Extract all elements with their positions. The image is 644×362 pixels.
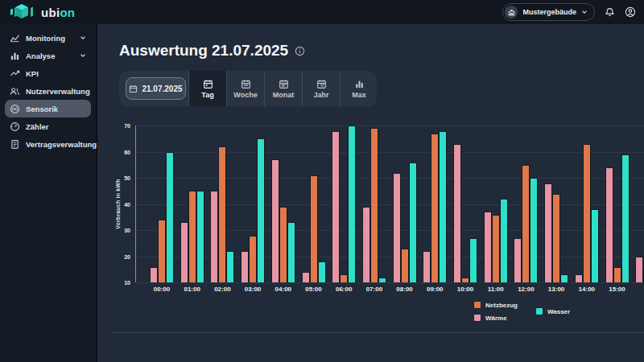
tab-monat[interactable]: Monat (264, 71, 302, 106)
x-axis-tick-label: 15:00 (609, 286, 625, 293)
bar-wasser (378, 278, 386, 283)
x-axis-tick-label: 08:00 (396, 286, 412, 293)
bar-wasser (469, 238, 477, 282)
y-axis-tick-label: 20 (124, 253, 130, 259)
bar-netzbezug (431, 134, 439, 282)
bar-waerme (575, 274, 583, 282)
calendar-year-icon (316, 79, 327, 89)
content-divider (110, 332, 644, 333)
time-range-toolbar: 21.07.2025 Tag Woche Monat Jahr (119, 71, 377, 106)
trend-up-icon (10, 68, 20, 79)
sidebar-item-vertragsverwaltung[interactable]: Vertragsverwaltung (5, 135, 91, 153)
bar-wasser (226, 251, 234, 282)
bar-netzbezug (279, 207, 287, 282)
chart-legend: NetzbezugWärme Wasser (473, 301, 570, 322)
legend-item-waerme: Wärme (473, 314, 518, 322)
legend-swatch (473, 314, 481, 322)
bar-wasser (591, 209, 599, 282)
bar-wasser (560, 274, 568, 282)
legend-label: Wärme (485, 315, 507, 322)
sidebar-item-sensorik[interactable]: Sensorik (5, 100, 91, 117)
sidebar-item-label: Monitoring (26, 34, 65, 43)
sidebar-item-nutzerverwaltung[interactable]: Nutzerverwaltung (5, 82, 91, 100)
bar-waerme (302, 272, 310, 282)
user-account-icon[interactable] (625, 6, 636, 18)
bar-netzbezug (552, 194, 560, 283)
bar-wasser (409, 162, 417, 283)
tab-max[interactable]: Max (340, 71, 378, 106)
tab-tag[interactable]: Tag (188, 71, 226, 106)
bar-netzbezug (613, 267, 621, 283)
bar-chart-icon (354, 79, 365, 89)
bar-waerme (362, 207, 370, 282)
sidebar-item-label: Sensorik (26, 105, 58, 113)
y-axis-tick-label: 30 (124, 228, 130, 233)
bar-netzbezug (249, 236, 257, 283)
x-axis-tick-label: 06:00 (336, 286, 352, 293)
x-axis-tick-label: 11:00 (488, 286, 504, 293)
bar-waerme (241, 251, 249, 282)
bar-netzbezug (310, 175, 318, 282)
bar-wasser (166, 152, 174, 283)
y-axis-title: Verbrauch in kWh (110, 125, 125, 282)
bar-wasser (500, 199, 508, 282)
notifications-bell-icon[interactable] (605, 7, 615, 18)
top-bar: ubion Mustergebäude (0, 0, 644, 24)
bar-netzbezug (492, 215, 500, 283)
y-axis-tick-label: 70 (124, 123, 130, 129)
legend-label: Netzbezug (485, 302, 518, 309)
date-picker-label: 21.07.2025 (142, 84, 182, 93)
bar-wasser (348, 125, 356, 282)
sidebar-item-label: Nutzerverwaltung (26, 87, 90, 96)
legend-column-2: Wasser (535, 301, 570, 322)
sidebar-item-kpi[interactable]: KPI (5, 64, 91, 82)
date-picker-button[interactable]: 21.07.2025 (126, 77, 186, 100)
info-icon[interactable] (295, 46, 305, 56)
gridline (136, 152, 644, 153)
bar-waerme (150, 267, 158, 283)
bar-wasser (196, 191, 204, 282)
tab-jahr[interactable]: Jahr (302, 71, 340, 106)
bar-wasser (439, 131, 447, 283)
sidebar-item-monitoring[interactable]: Monitoring (5, 29, 91, 47)
main-content: Auswertung 21.07.2025 21.07.2025 Tag Wo (99, 24, 644, 362)
sidebar-item-zaehler[interactable]: Zähler (5, 117, 91, 135)
x-axis-tick-label: 10:00 (457, 286, 473, 293)
time-range-tabs: Tag Woche Monat Jahr Max (188, 71, 378, 106)
app-window: ubion Mustergebäude (0, 0, 644, 362)
x-axis-tick-label: 09:00 (427, 286, 443, 293)
bar-chart-icon (10, 51, 20, 61)
legend-item-wasser: Wasser (535, 307, 570, 315)
bar-waerme (605, 167, 613, 282)
x-axis-tick-label: 00:00 (154, 286, 170, 293)
tab-woche[interactable]: Woche (226, 71, 264, 106)
sidebar-item-analyse[interactable]: Analyse (5, 47, 91, 64)
sidebar-item-label: Zähler (26, 122, 49, 131)
x-axis-tick-label: 14:00 (579, 286, 595, 293)
bar-netzbezug (401, 249, 409, 282)
bar-wasser (318, 261, 326, 282)
tab-label: Max (352, 91, 366, 99)
chevron-down-icon (80, 52, 86, 59)
tab-label: Tag (201, 91, 213, 99)
legend-swatch (473, 301, 481, 309)
legend-label: Wasser (547, 308, 570, 315)
bar-waerme (453, 144, 461, 282)
bar-waerme (544, 183, 552, 283)
brand-logo[interactable]: ubion (8, 3, 75, 21)
gauge-icon (10, 121, 20, 132)
home-icon (505, 6, 518, 19)
bar-waerme (332, 131, 340, 283)
bar-netzbezug (340, 274, 348, 282)
brand-text: ubion (41, 6, 75, 19)
tab-label: Jahr (313, 91, 328, 99)
users-icon (10, 86, 20, 97)
legend-swatch (535, 307, 543, 315)
x-axis-tick-label: 04:00 (275, 286, 291, 293)
gridline (136, 282, 644, 283)
building-selector[interactable]: Mustergebäude (502, 3, 595, 21)
x-axis-tick-label: 13:00 (548, 286, 564, 293)
bar-waerme (423, 251, 431, 282)
calendar-week-icon (241, 79, 251, 89)
sidebar-item-label: KPI (26, 69, 39, 78)
